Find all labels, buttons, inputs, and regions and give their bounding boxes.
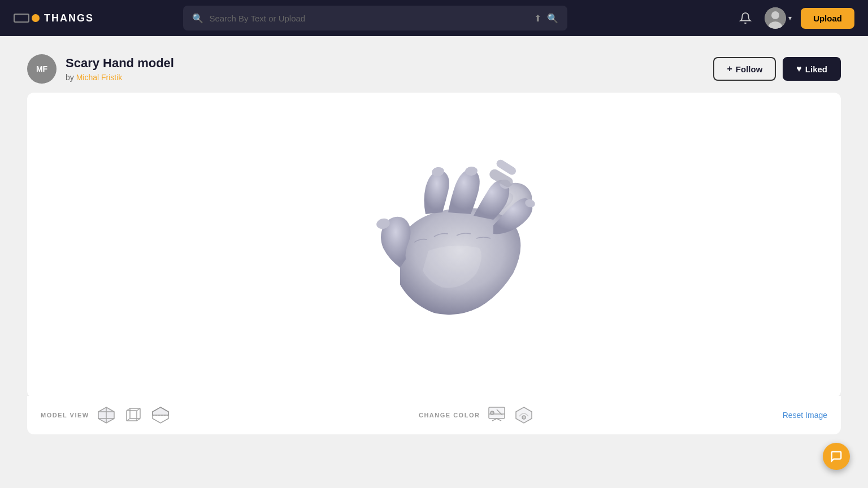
reset-image-link[interactable]: Reset Image — [783, 411, 827, 420]
logo-text: THANGS — [44, 12, 94, 24]
model-viewer[interactable] — [27, 93, 841, 398]
change-color-section: CHANGE COLOR — [419, 405, 534, 425]
color-swatch-icon[interactable] — [514, 405, 534, 425]
user-avatar — [765, 7, 786, 29]
page-content: MF Scary Hand model by Michal Fristik + … — [0, 36, 868, 452]
model-author-link[interactable]: Michal Fristik — [76, 73, 123, 82]
plus-icon: + — [727, 64, 732, 74]
color-material-icon[interactable] — [487, 405, 507, 425]
model-author-line: by Michal Fristik — [66, 73, 174, 82]
svg-marker-27 — [516, 407, 532, 423]
model-title: Scary Hand model — [66, 56, 174, 71]
model-author-avatar: MF — [27, 54, 57, 84]
search-icon: 🔍 — [192, 13, 203, 24]
logo-dot-icon — [32, 14, 40, 22]
nav-right: ▾ Upload — [735, 7, 854, 29]
svg-point-28 — [522, 416, 526, 419]
wireframe-view-icon[interactable] — [123, 405, 144, 425]
model-view-section: MODEL VIEW — [41, 405, 171, 425]
solid-view-icon[interactable] — [96, 405, 116, 425]
model-view-label: MODEL VIEW — [41, 412, 89, 419]
search-input[interactable] — [209, 14, 528, 23]
fab-chat-button[interactable] — [823, 443, 850, 470]
heart-icon: ♥ — [796, 64, 802, 74]
liked-button[interactable]: ♥ Liked — [783, 57, 841, 81]
change-color-label: CHANGE COLOR — [419, 412, 480, 419]
search-submit-icon[interactable]: 🔍 — [547, 13, 558, 24]
user-avatar-container[interactable]: ▾ — [765, 7, 792, 29]
navbar: THANGS 🔍 ⬆ 🔍 ▾ Upload — [0, 0, 868, 36]
follow-button[interactable]: + Follow — [713, 57, 776, 81]
search-bar: 🔍 ⬆ 🔍 — [183, 6, 567, 30]
model-header: MF Scary Hand model by Michal Fristik + … — [27, 54, 841, 84]
model-info: MF Scary Hand model by Michal Fristik — [27, 54, 174, 84]
notifications-button[interactable] — [735, 8, 756, 28]
logo-icon — [14, 14, 40, 23]
model-title-block: Scary Hand model by Michal Fristik — [66, 56, 174, 82]
slice-view-icon[interactable] — [150, 405, 171, 425]
logo-area: THANGS — [14, 12, 94, 24]
hand-model-svg — [287, 138, 581, 352]
svg-point-1 — [771, 11, 779, 19]
upload-to-search-icon[interactable]: ⬆ — [534, 13, 541, 24]
svg-point-26 — [491, 411, 494, 415]
user-menu-chevron: ▾ — [788, 14, 792, 22]
svg-marker-23 — [153, 407, 168, 415]
header-actions: + Follow ♥ Liked — [713, 57, 841, 81]
upload-button[interactable]: Upload — [801, 8, 854, 29]
bottom-bar: MODEL VIEW — [27, 395, 841, 434]
logo-rect-icon — [14, 14, 29, 23]
